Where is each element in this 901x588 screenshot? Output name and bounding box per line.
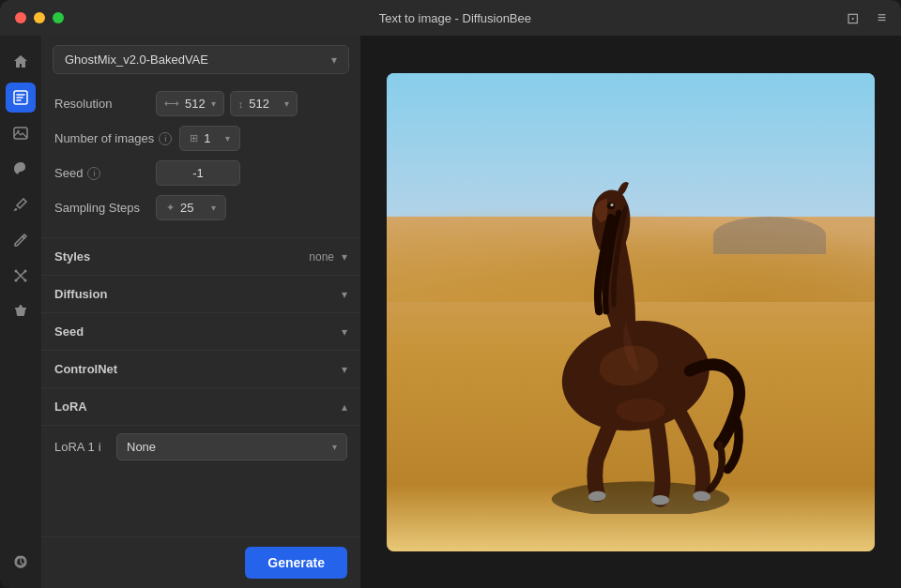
model-chevron-icon: ▾ <box>331 53 337 67</box>
svg-point-8 <box>24 279 27 282</box>
window-title: Text to image - DiffusionBee <box>71 11 839 25</box>
seed-info-icon[interactable]: i <box>87 167 100 180</box>
nav-extras[interactable] <box>6 296 36 326</box>
num-images-value: 1 <box>204 131 210 145</box>
svg-point-7 <box>15 270 18 273</box>
num-images-label: Number of images i <box>54 131 172 145</box>
lora-label: LoRA <box>54 400 87 414</box>
nav-home[interactable] <box>6 47 36 77</box>
left-nav <box>0 36 41 588</box>
title-bar: Text to image - DiffusionBee ⊡ ≡ <box>0 0 901 36</box>
resolution-label: Resolution <box>54 97 148 111</box>
height-selector[interactable]: ↕ 512 ▾ <box>230 91 298 116</box>
width-value: 512 <box>185 97 206 111</box>
styles-right: none ▾ <box>309 250 347 264</box>
seed-collapsible-chevron-icon: ▾ <box>342 325 347 339</box>
maximize-button[interactable] <box>53 12 64 23</box>
num-images-chevron-icon: ▾ <box>225 133 230 143</box>
svg-point-10 <box>24 270 27 273</box>
height-value: 512 <box>249 97 269 111</box>
svg-rect-1 <box>14 128 27 139</box>
num-images-icon: ⊞ <box>190 132 198 144</box>
resolution-group: ⟷ 512 ▾ ↕ 512 ▾ <box>156 91 298 116</box>
nav-palette[interactable] <box>6 154 36 184</box>
nav-edit[interactable] <box>6 225 36 255</box>
steps-icon: ✦ <box>166 202 175 214</box>
seed-row: Seed i <box>54 160 347 186</box>
resolution-row: Resolution ⟷ 512 ▾ ↕ 512 ▾ <box>54 91 347 116</box>
svg-point-6 <box>23 168 25 170</box>
main-layout: GhostMix_v2.0-BakedVAE ▾ Resolution ⟷ 51… <box>0 36 901 588</box>
seed-collapsible-section[interactable]: Seed ▾ <box>41 312 360 350</box>
seed-collapsible-right: ▾ <box>342 325 347 339</box>
hamburger-icon[interactable]: ≡ <box>878 9 886 26</box>
generate-button-area: Generate <box>41 536 360 588</box>
controlnet-section[interactable]: ControlNet ▾ <box>41 350 360 387</box>
lora-item-1: LoRA 1 i None ▾ <box>54 433 347 460</box>
controlnet-right: ▾ <box>342 363 347 376</box>
svg-point-5 <box>22 166 23 168</box>
styles-section[interactable]: Styles none ▾ <box>41 237 360 275</box>
lora-1-chevron-icon: ▾ <box>332 442 337 452</box>
diffusion-section[interactable]: Diffusion ▾ <box>41 275 360 312</box>
diffusion-label: Diffusion <box>54 287 107 301</box>
width-chevron-icon: ▾ <box>211 98 216 109</box>
lora-right: ▴ <box>342 400 347 414</box>
controlnet-chevron-icon: ▾ <box>342 363 347 376</box>
model-selector[interactable]: GhostMix_v2.0-BakedVAE ▾ <box>53 45 349 74</box>
model-name: GhostMix_v2.0-BakedVAE <box>65 53 208 67</box>
title-icons: ⊡ ≡ <box>847 9 886 27</box>
nav-brush[interactable] <box>6 189 36 219</box>
seed-label: Seed i <box>54 166 148 180</box>
styles-value: none <box>309 250 334 264</box>
lora-1-dropdown[interactable]: None ▾ <box>116 433 347 460</box>
sampling-steps-value: 25 <box>180 201 193 215</box>
close-button[interactable] <box>15 12 26 23</box>
sampling-steps-label: Sampling Steps <box>54 201 148 215</box>
window-icon[interactable]: ⊡ <box>847 9 859 27</box>
num-images-selector[interactable]: ⊞ 1 ▾ <box>179 126 240 151</box>
styles-chevron-icon: ▾ <box>342 250 347 264</box>
lora-1-value: None <box>127 440 156 454</box>
settings-section: Resolution ⟷ 512 ▾ ↕ 512 ▾ <box>41 83 360 237</box>
svg-point-19 <box>616 398 665 421</box>
styles-label: Styles <box>54 249 90 264</box>
lora-1-label: LoRA 1 i <box>54 440 111 454</box>
width-icon: ⟷ <box>164 98 179 110</box>
generate-button[interactable]: Generate <box>245 547 347 579</box>
nav-image[interactable] <box>6 118 36 148</box>
sidebar: GhostMix_v2.0-BakedVAE ▾ Resolution ⟷ 51… <box>41 36 360 588</box>
seed-collapsible-label: Seed <box>54 324 84 339</box>
svg-point-4 <box>19 165 21 167</box>
width-selector[interactable]: ⟷ 512 ▾ <box>156 91 224 116</box>
nav-cutout[interactable] <box>6 261 36 291</box>
num-images-row: Number of images i ⊞ 1 ▾ <box>54 126 347 151</box>
height-chevron-icon: ▾ <box>284 98 289 109</box>
minimize-button[interactable] <box>34 12 45 23</box>
svg-point-3 <box>17 167 19 169</box>
lora-content: LoRA 1 i None ▾ <box>41 425 360 475</box>
sampling-steps-selector[interactable]: ✦ 25 ▾ <box>156 195 226 220</box>
lora-chevron-icon: ▴ <box>342 400 347 414</box>
content-area <box>360 36 901 588</box>
steps-chevron-icon: ▾ <box>211 203 216 213</box>
diffusion-chevron-icon: ▾ <box>342 288 347 301</box>
diffusion-right: ▾ <box>342 288 347 301</box>
generated-image <box>387 73 875 551</box>
svg-point-14 <box>610 203 613 205</box>
seed-input[interactable] <box>156 160 240 186</box>
nav-text-to-image[interactable] <box>6 83 36 113</box>
horse-image <box>481 139 781 514</box>
sampling-steps-row: Sampling Steps ✦ 25 ▾ <box>54 195 347 220</box>
num-images-info-icon[interactable]: i <box>159 132 172 145</box>
height-icon: ↕ <box>238 98 244 110</box>
svg-point-9 <box>15 279 18 282</box>
controlnet-label: ControlNet <box>54 362 117 376</box>
lora-1-info-icon[interactable]: i <box>99 440 101 454</box>
lora-section-header[interactable]: LoRA ▴ <box>41 387 360 425</box>
nav-history[interactable] <box>6 547 36 577</box>
svg-point-16 <box>651 495 669 505</box>
